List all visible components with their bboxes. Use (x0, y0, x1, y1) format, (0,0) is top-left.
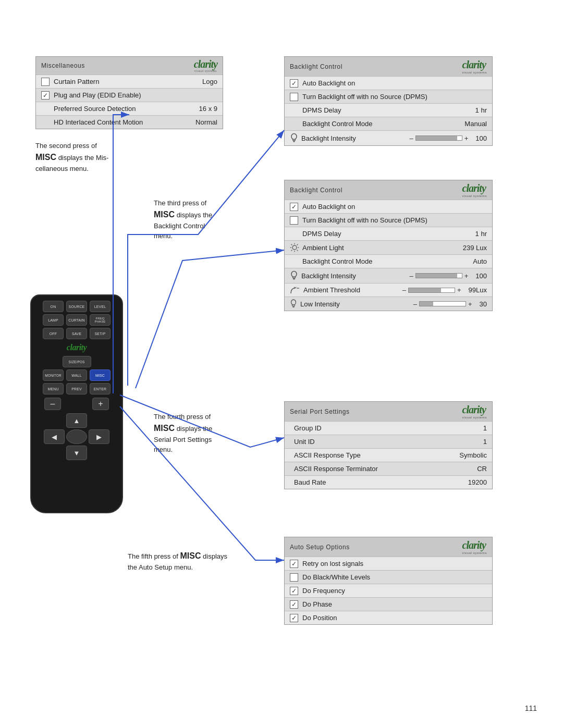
hd-value: Normal (195, 118, 217, 126)
svg-line-11 (291, 250, 292, 251)
bl2-ambient-light-value: 239 Lux (463, 244, 487, 252)
remote-btn-wall[interactable]: WALL (66, 369, 87, 381)
auto-position-checkbox (290, 614, 298, 622)
remote-btn-misc[interactable]: MISC (90, 369, 111, 381)
remote-pm-row: – + (44, 398, 109, 410)
bl2-intensity-label: Backlight Intensity (301, 272, 409, 280)
bl1-row-mode: Backlight Control Mode Manual (285, 117, 492, 130)
svg-line-10 (297, 244, 298, 245)
bl1-intensity-label: Backlight Intensity (301, 134, 409, 142)
bl1-title: Backlight Control (290, 63, 342, 70)
page-number: 111 (525, 704, 537, 712)
misc-clarity-logo: clarity visual systems (194, 59, 217, 72)
auto-freq-checkbox (290, 587, 298, 595)
auto-clarity-logo: clarity visual systems (462, 539, 487, 554)
auto-phase-checkbox (290, 600, 298, 609)
serial-clarity-logo: clarity visual systems (462, 404, 487, 419)
curtain-label: Curtain Pattern (54, 78, 197, 85)
bl2-row-dpms-delay: DPMS Delay 1 hr (285, 227, 492, 240)
remote-btn-plus[interactable]: + (92, 398, 109, 410)
bl1-auto-checkbox (290, 79, 298, 88)
annotation-fourth-bold: MISC (154, 424, 175, 433)
auto-row-retry: Retry on lost signals (285, 557, 492, 570)
bl2-row-dpms-off: Turn Backlight off with no Source (DPMS) (285, 213, 492, 227)
bl2-dpms-delay-value: 1 hr (475, 230, 487, 238)
remote-btn-freq[interactable]: FREQPHASE (90, 314, 111, 326)
serial-groupid-label: Group ID (290, 424, 478, 432)
annotation-third: The third press of MISC displays theBack… (154, 198, 212, 241)
bl2-row-ambient-thresh: Ambient Threshold – + 99Lux (285, 283, 492, 297)
serial-ascii-term-label: ASCII Response Terminator (290, 465, 472, 473)
remote-row-1: ON SOURCE LEVEL (35, 301, 118, 312)
bl2-slider-track (415, 273, 462, 278)
remote-btn-sizpos[interactable]: SIZE/POS (63, 356, 91, 367)
bl1-intensity-slider: – + 100 (409, 134, 487, 142)
serial-row-groupid: Group ID 1 (285, 421, 492, 435)
auto-retry-label: Retry on lost signals (302, 560, 487, 567)
remote-row-sizpos: SIZE/POS (35, 356, 118, 367)
curtain-checkbox (41, 78, 50, 86)
bl2-panel-header: Backlight Control clarity visual systems (285, 180, 492, 200)
bl2-intensity-value: 100 (475, 272, 487, 280)
bl2-thresh-minus: – (402, 286, 406, 294)
auto-bw-label: Do Black/White Levels (302, 573, 487, 581)
remote-row-4: MONITOR WALL MISC (35, 369, 118, 381)
bl2-row-low-intensity: Low Intensity – + 30 (285, 297, 492, 311)
remote-btn-enter[interactable]: ENTER (90, 383, 111, 394)
remote-btn-menu[interactable]: MENU (43, 383, 64, 394)
svg-point-12 (291, 272, 297, 277)
remote-btn-level[interactable]: LEVEL (90, 301, 111, 312)
remote-btn-source[interactable]: SOURCE (66, 301, 87, 312)
svg-line-9 (297, 250, 298, 251)
remote-row-5: MENU PREV ENTER (35, 383, 118, 394)
bl2-mode-label: Backlight Control Mode (290, 257, 468, 265)
bl2-ambient-light-label: Ambient Light (302, 244, 458, 252)
bl1-slider-plus: + (464, 134, 469, 142)
serial-ascii-term-value: CR (477, 465, 487, 473)
remote-btn-setp[interactable]: SET/P (90, 328, 111, 339)
bl2-dpms-off-checkbox (290, 216, 298, 225)
bl2-row-mode: Backlight Control Mode Auto (285, 254, 492, 268)
bl1-dpms-delay-label: DPMS Delay (290, 106, 470, 114)
svg-point-16 (291, 300, 296, 305)
annotation-fifth: The fifth press of MISC displaysthe Auto… (128, 550, 227, 573)
annotation-fifth-text: The fifth press of (128, 552, 178, 560)
bl2-thresh-slider: – + 99Lux (402, 286, 487, 294)
remote-btn-down[interactable]: ▼ (66, 446, 87, 460)
serial-row-ascii-type: ASCII Response Type Symbolic (285, 448, 492, 462)
remote-btn-lamp[interactable]: LAMP (43, 314, 64, 326)
remote-btn-left[interactable]: ◀ (44, 429, 65, 444)
bl1-dpms-delay-value: 1 hr (475, 106, 487, 114)
remote-btn-on[interactable]: ON (43, 301, 64, 312)
serial-ascii-type-value: Symbolic (459, 451, 487, 459)
serial-unitid-label: Unit ID (290, 438, 478, 446)
remote-btn-center[interactable] (66, 429, 87, 444)
bl1-mode-label: Backlight Control Mode (290, 120, 459, 128)
serial-row-ascii-term: ASCII Response Terminator CR (285, 462, 492, 475)
bl1-slider-track (415, 135, 462, 141)
bl2-dpms-delay-label: DPMS Delay (290, 230, 470, 238)
annotation-fifth-bold: MISC (180, 551, 201, 560)
remote-btn-prev[interactable]: PREV (66, 383, 87, 394)
remote-btn-up[interactable]: ▲ (66, 413, 87, 428)
serial-title: Serial Port Settings (290, 408, 350, 415)
bl2-slider-plus: + (464, 272, 469, 280)
svg-point-3 (292, 245, 297, 250)
remote-btn-curtain[interactable]: CURTAIN (66, 314, 87, 326)
bl2-slider-fill (416, 274, 457, 278)
bl2-thresh-track (408, 288, 455, 293)
remote-btn-minus[interactable]: – (44, 398, 61, 410)
bl2-low-bulb-icon (290, 299, 297, 309)
remote-btn-right[interactable]: ▶ (89, 429, 109, 444)
bl1-dpms-off-label: Turn Backlight off with no Source (DPMS) (302, 93, 487, 101)
bl2-thresh-plus: + (457, 286, 461, 294)
bl1-row-dpms-delay: DPMS Delay 1 hr (285, 103, 492, 117)
bl1-slider-fill (416, 136, 457, 140)
auto-title: Auto Setup Options (290, 544, 350, 551)
remote-btn-monitor[interactable]: MONITOR (43, 369, 64, 381)
remote-control: ON SOURCE LEVEL LAMP CURTAIN FREQPHASE O… (30, 294, 123, 513)
annotation-third-bold: MISC (154, 210, 175, 219)
remote-btn-off[interactable]: OFF (43, 328, 64, 339)
misc-panel-header: Miscellaneous clarity visual systems (36, 57, 223, 75)
remote-btn-save[interactable]: SAVE (66, 328, 87, 339)
